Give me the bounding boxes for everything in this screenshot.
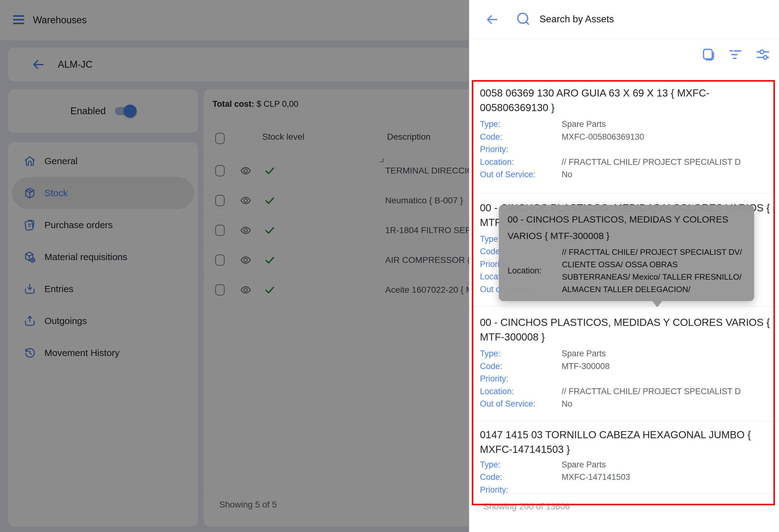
location-tooltip: 00 - CINCHOS PLASTICOS, MEDIDAS Y COLORE… <box>499 205 754 301</box>
field-value: No <box>561 398 573 410</box>
field-label: Type: <box>480 458 561 471</box>
field-value: Spare Parts <box>561 118 606 131</box>
asset-result-card[interactable]: 00 - CINCHOS PLASTICOS, MEDIDAS Y COLORE… <box>469 306 779 421</box>
field-value: MXFC-005806369130 <box>561 131 644 143</box>
field-value: Spare Parts <box>561 347 606 360</box>
app-screen: Warehouses ALM-JC Enabled General Stock … <box>0 0 779 532</box>
filter-icon[interactable] <box>728 47 743 62</box>
tooltip-asset-title: 00 - CINCHOS PLASTICOS, MEDIDAS Y COLORE… <box>507 211 739 244</box>
search-input[interactable] <box>540 9 738 29</box>
field-label: Priority: <box>480 483 561 494</box>
copy-icon[interactable] <box>701 47 716 62</box>
search-icon[interactable] <box>515 11 531 27</box>
field-label: Type: <box>480 118 561 131</box>
field-label: Code: <box>480 360 561 373</box>
tooltip-location-label: Location: <box>507 266 562 276</box>
panel-back-arrow-icon[interactable] <box>485 12 499 27</box>
field-label: Out of Service: <box>480 398 561 410</box>
search-assets-panel: 0058 06369 130 ARO GUIA 63 X 69 X 13 { M… <box>469 0 779 532</box>
field-label: Location: <box>480 156 561 169</box>
field-value: // FRACTTAL CHILE/ PROJECT SPECIALIST D <box>561 385 741 398</box>
panel-toolbar <box>701 47 770 62</box>
field-value: // FRACTTAL CHILE/ PROJECT SPECIALIST D <box>561 156 741 169</box>
field-label: Priority: <box>480 373 561 385</box>
asset-result-card[interactable]: 0147 1415 03 TORNILLO CABEZA HEXAGONAL J… <box>469 421 779 494</box>
field-label: Out of Service: <box>480 168 561 181</box>
tune-settings-icon[interactable] <box>756 47 770 62</box>
tooltip-location-value: // FRACTTAL CHILE/ PROJECT SPECIALIST DV… <box>562 246 745 295</box>
asset-title: 0058 06369 130 ARO GUIA 63 X 69 X 13 { M… <box>480 86 773 115</box>
field-value: Spare Parts <box>561 458 606 471</box>
field-value: MXFC-147141503 <box>561 471 630 483</box>
asset-title: 00 - CINCHOS PLASTICOS, MEDIDAS Y COLORE… <box>480 315 773 344</box>
tooltip-caret <box>652 301 662 307</box>
field-value: MTF-300008 <box>561 360 610 373</box>
field-label: Priority: <box>480 143 561 156</box>
asset-title: 0147 1415 03 TORNILLO CABEZA HEXAGONAL J… <box>480 427 773 457</box>
field-label: Code: <box>480 471 561 483</box>
asset-result-card[interactable]: 0058 06369 130 ARO GUIA 63 X 69 X 13 { M… <box>469 81 779 194</box>
modal-dim-overlay <box>0 0 469 532</box>
field-value: No <box>561 168 573 181</box>
results-footer-count: Showing 200 of 13606 <box>483 502 570 512</box>
field-label: Code: <box>480 131 561 143</box>
field-label: Type: <box>480 347 561 360</box>
field-label: Location: <box>480 385 561 398</box>
